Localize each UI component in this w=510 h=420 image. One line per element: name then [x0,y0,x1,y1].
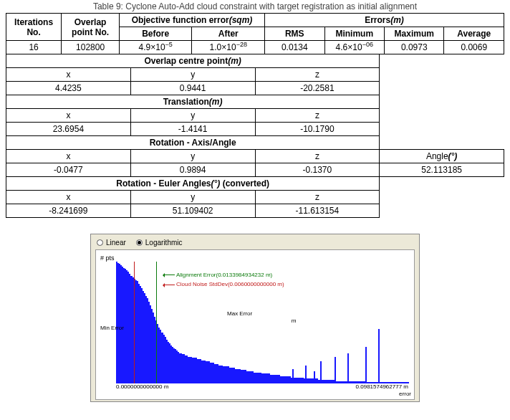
raa-ah: Angle(°) [380,150,504,163]
re-zh: z [255,191,380,204]
trans-y: -1.4141 [130,123,255,136]
max-error-label: Max Error [227,310,252,317]
radio-icon [136,239,143,246]
ocp-zh: z [255,68,380,82]
re-z: -11.613154 [255,204,380,218]
table-title: Table 9: Cyclone Auto-Add cloud constrai… [6,1,504,11]
col-avg: Average [444,27,504,41]
alignment-error-line [156,262,157,383]
ocp-y: 0.9441 [130,82,255,95]
col-errors: Errors(m) [265,14,504,27]
raa-yh: y [130,150,255,163]
col-before: Before [119,27,192,41]
hdr-rotaa: Rotation - Axis/Angle [6,136,380,150]
table-row: 16 102800 4.9×10−5 1.0×10−28 0.0134 4.6×… [6,41,504,54]
val-iter: 16 [6,41,62,54]
summary-table: IterationsNo. Overlappoint No. Objective… [6,13,504,54]
histogram-bar [365,347,367,383]
hdr-rote: Rotation - Euler Angles(°) (converted) [6,177,380,191]
raa-zh: z [255,150,380,163]
re-yh: y [130,191,255,204]
cloud-noise-line [134,262,135,383]
col-after: After [192,27,265,41]
histogram-bar [335,357,336,383]
re-xh: x [6,191,131,204]
val-before: 4.9×10−5 [119,41,192,54]
val-overlap: 102800 [62,41,120,54]
val-rms: 0.0134 [265,41,324,54]
val-max: 0.0973 [385,41,444,54]
chart-canvas: # pts Alignment Error(0.0133984934232 m)… [95,249,415,400]
trans-yh: y [130,109,255,123]
hdr-ocp: Overlap centre point(m) [6,54,380,68]
x-axis-max: 0.0981574962777 m [356,383,408,390]
trans-xh: x [6,109,131,123]
trans-zh: z [255,109,380,123]
hdr-trans: Translation(m) [6,95,380,109]
raa-x: -0.0477 [6,163,131,177]
ocp-yh: y [130,68,255,82]
histogram-bar [378,329,380,384]
radio-icon [97,239,103,246]
alignment-error-label: Alignment Error(0.0133984934232 m) [165,272,272,278]
col-iterations: IterationsNo. [6,14,62,41]
val-avg: 0.0069 [444,41,504,54]
x-axis-min: 0.0000000000000 m [116,383,168,390]
re-y: 51.109402 [130,204,255,218]
chart-panel: Linear Logarithmic # pts Alignment Error… [90,234,420,402]
raa-y: 0.9894 [130,163,255,177]
col-min: Minimum [324,27,384,41]
ocp-z: -20.2581 [255,82,380,95]
histogram-bar [347,353,349,384]
col-max: Maximum [385,27,444,41]
section-tables: Overlap centre point(m) x y z 4.4235 0.9… [6,54,504,218]
chart-ylabel: # pts [100,254,115,262]
radio-log[interactable]: Logarithmic [136,239,183,247]
radio-linear-label: Linear [106,239,126,247]
radio-linear[interactable]: Linear [97,239,126,247]
ocp-xh: x [6,68,131,82]
trans-z: -10.1790 [255,123,380,136]
chart-plot-area: Alignment Error(0.0133984934232 m) Cloud… [116,262,408,383]
re-x: -8.241699 [6,204,131,218]
trans-x: 23.6954 [6,123,131,136]
unit-m: m [292,318,297,324]
col-objfunc: Objective function error(sqm) [119,14,264,27]
raa-xh: x [6,150,131,163]
raa-a: 52.113185 [380,163,504,177]
radio-log-label: Logarithmic [145,239,183,247]
val-after: 1.0×10−28 [192,41,265,54]
min-error-label: Min Error [100,325,124,331]
x-axis-label: error [399,391,411,397]
col-overlap: Overlappoint No. [62,14,120,41]
raa-z: -0.1370 [255,163,380,177]
ocp-x: 4.4235 [6,82,131,95]
val-min: 4.6×10−06 [324,41,384,54]
col-rms: RMS [265,27,324,41]
cloud-noise-label: Cloud Noise StdDev(0.0060000000000 m) [165,281,284,287]
